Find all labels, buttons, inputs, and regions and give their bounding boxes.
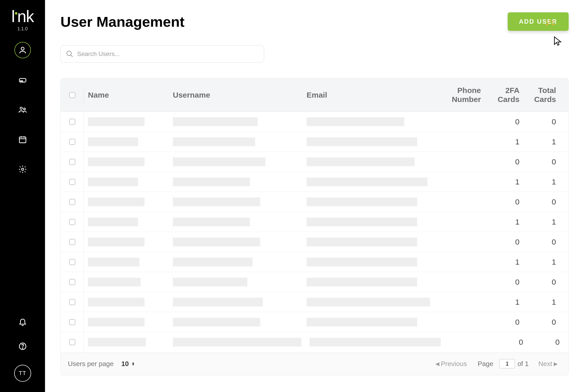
sidebar-nav (14, 42, 31, 178)
row-checkbox[interactable] (69, 199, 75, 205)
avatar[interactable]: TT (14, 365, 31, 382)
cell-name (84, 298, 169, 306)
search-input[interactable] (77, 50, 259, 58)
cell-total: 0 (524, 278, 565, 286)
page-label: Page (478, 360, 493, 368)
table-row[interactable]: 0 0 (61, 312, 568, 332)
cell-email (302, 298, 441, 306)
cell-email (302, 157, 441, 166)
cell-username (169, 318, 302, 326)
table-row[interactable]: 1 1 (61, 252, 568, 272)
page-of: of 1 (517, 360, 529, 368)
table-row[interactable]: 1 1 (61, 212, 568, 232)
col-header-total: Total Cards (524, 86, 565, 104)
caret-right-icon: ▶ (554, 361, 558, 367)
cell-name (84, 258, 169, 266)
cell-name (84, 278, 169, 286)
cell-2fa: 1 (485, 178, 524, 186)
next-button[interactable]: Next ▶ (535, 360, 561, 368)
svg-point-5 (23, 108, 25, 110)
cell-2fa: 1 (485, 218, 524, 226)
table-row[interactable]: 0 0 (61, 332, 568, 352)
cell-username (169, 338, 306, 347)
per-page-select[interactable]: ▲▼ (131, 362, 135, 366)
per-page-value: 10 (121, 360, 129, 368)
caret-left-icon: ◀ (435, 361, 439, 367)
page-header: User Management ADD USER (60, 12, 569, 31)
cell-username (169, 198, 302, 206)
sidebar-item-calendar[interactable] (14, 131, 31, 148)
brand-logo: l•nk (11, 8, 33, 25)
sidebar-item-settings[interactable] (14, 161, 31, 178)
table-row[interactable]: 0 0 (61, 192, 568, 212)
sidebar-item-users[interactable] (14, 42, 31, 58)
row-check-cell (61, 152, 84, 172)
table-row[interactable]: 1 1 (61, 292, 568, 312)
table-row[interactable]: 1 1 (61, 172, 568, 192)
cell-username (169, 157, 302, 166)
row-checkbox[interactable] (69, 159, 75, 165)
brand-version: 1.1.0 (17, 26, 28, 32)
row-checkbox[interactable] (69, 179, 75, 185)
row-check-cell (61, 212, 84, 232)
table-row[interactable]: 0 0 (61, 112, 568, 132)
cell-name (84, 178, 169, 186)
cell-email (302, 198, 441, 206)
row-check-cell (61, 192, 84, 212)
row-checkbox[interactable] (69, 219, 75, 225)
row-checkbox[interactable] (69, 299, 75, 305)
row-checkbox[interactable] (69, 119, 75, 125)
row-check-cell (61, 132, 84, 152)
user-icon (18, 46, 27, 54)
cell-total: 1 (524, 137, 565, 146)
add-user-button[interactable]: ADD USER (508, 12, 569, 31)
sidebar-item-storage[interactable] (14, 72, 31, 88)
cell-email (302, 117, 441, 126)
row-checkbox[interactable] (69, 139, 75, 145)
table-header: Name Username Email Phone Number 2FA Car… (61, 78, 568, 112)
row-check-cell (61, 292, 84, 312)
sidebar-item-help[interactable] (16, 340, 29, 352)
cell-2fa: 0 (485, 278, 524, 286)
page-input[interactable] (499, 359, 515, 368)
row-check-cell (61, 232, 84, 252)
cell-email (306, 338, 445, 347)
col-header-name: Name (84, 91, 169, 99)
cell-email (302, 137, 441, 146)
cell-2fa: 1 (485, 258, 524, 266)
cell-total: 1 (524, 298, 565, 306)
cell-2fa: 0 (485, 117, 524, 126)
select-all-checkbox[interactable] (69, 92, 75, 98)
cell-total: 0 (527, 338, 568, 347)
sidebar-item-groups[interactable] (14, 101, 31, 118)
table-row[interactable]: 0 0 (61, 232, 568, 252)
cell-name (84, 117, 169, 126)
row-check-cell (61, 172, 84, 192)
svg-point-0 (21, 47, 24, 50)
search-icon (66, 50, 74, 58)
table-row[interactable]: 1 1 (61, 132, 568, 152)
cell-total: 1 (524, 258, 565, 266)
svg-point-3 (22, 81, 23, 81)
col-header-username: Username (169, 91, 302, 99)
row-checkbox[interactable] (69, 339, 75, 345)
cell-name (84, 218, 169, 226)
cell-email (302, 318, 441, 326)
cell-2fa: 0 (485, 157, 524, 166)
row-check-cell (61, 272, 84, 292)
row-checkbox[interactable] (69, 239, 75, 245)
table-row[interactable]: 0 0 (61, 152, 568, 172)
cell-username (169, 298, 302, 306)
cell-name (84, 157, 169, 166)
row-checkbox[interactable] (69, 279, 75, 285)
row-checkbox[interactable] (69, 319, 75, 325)
calendar-icon (18, 135, 27, 144)
previous-button[interactable]: ◀ Previous (432, 360, 470, 368)
cell-2fa: 0 (485, 318, 524, 326)
cell-username (169, 278, 302, 286)
table-row[interactable]: 0 0 (61, 272, 568, 292)
sidebar-item-notifications[interactable] (16, 315, 29, 328)
search-box[interactable] (60, 45, 264, 63)
row-checkbox[interactable] (69, 259, 75, 265)
select-all-cell (61, 86, 84, 104)
